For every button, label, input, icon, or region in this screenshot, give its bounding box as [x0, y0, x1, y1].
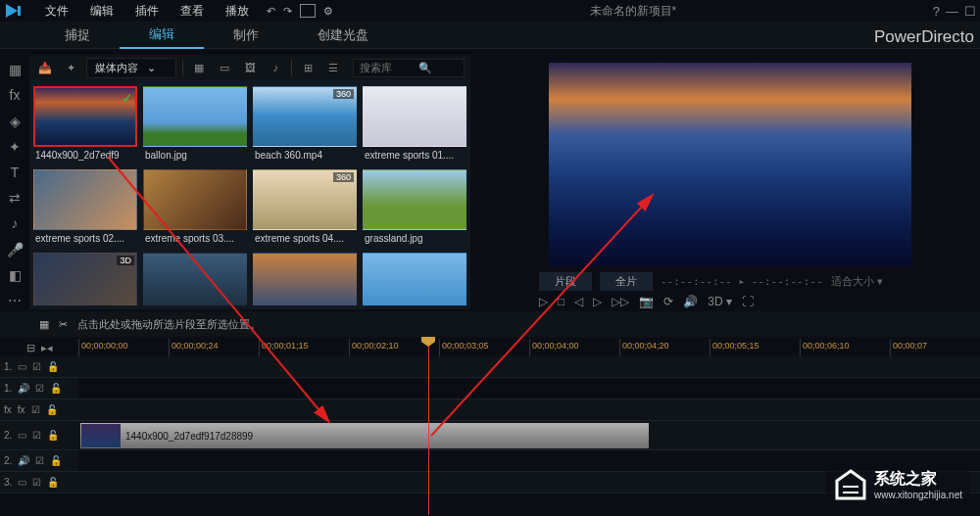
preview-tab-clip[interactable]: 片段 [539, 272, 592, 291]
chapter-room-icon[interactable]: ◧ [4, 266, 25, 284]
media-thumbnail[interactable] [363, 86, 466, 147]
media-thumbnail[interactable] [33, 169, 137, 230]
preview-fit-dropdown[interactable]: 适合大小 ▾ [831, 274, 883, 289]
settings-gear-icon[interactable]: ⚙ [323, 5, 333, 18]
playhead-line[interactable] [428, 339, 429, 515]
media-thumbnail[interactable] [253, 253, 357, 305]
track-visible-checkbox[interactable]: ☑ [32, 477, 41, 488]
subtitle-room-icon[interactable]: ⋯ [4, 292, 25, 309]
media-item[interactable] [363, 253, 466, 305]
track-header[interactable]: 3.▭☑🔓 [0, 472, 78, 493]
undo-icon[interactable]: ↶ [267, 5, 275, 18]
view-menu-icon[interactable]: ☰ [323, 59, 343, 76]
next-frame-icon[interactable]: ▷ [593, 295, 602, 308]
media-thumbnail[interactable] [143, 86, 247, 147]
aspect-icon[interactable] [300, 4, 316, 18]
play-icon[interactable]: ▷ [539, 295, 548, 308]
track-visible-checkbox[interactable]: ☑ [31, 404, 40, 415]
menu-plugins[interactable]: 插件 [125, 1, 169, 22]
track-body[interactable] [78, 356, 980, 377]
filter-audio-icon[interactable]: ♪ [266, 59, 285, 76]
track-header[interactable]: 1.🔊☑🔓 [0, 378, 78, 399]
track-header[interactable]: 2.🔊☑🔓 [0, 450, 78, 471]
menu-edit[interactable]: 编辑 [80, 1, 123, 22]
track-lock-icon[interactable]: 🔓 [47, 361, 59, 372]
volume-icon[interactable]: 🔊 [683, 295, 698, 308]
timeline-ruler[interactable]: ⊟ ▸◂ 00;00;00;0000;00;00;2400;00;01;1500… [0, 339, 980, 356]
track-visible-checkbox[interactable]: ☑ [32, 361, 41, 372]
help-icon[interactable]: ? [933, 4, 940, 19]
transition-room-icon[interactable]: ⇄ [4, 189, 25, 207]
track-body[interactable] [78, 399, 980, 420]
track-header[interactable]: 2.▭☑🔓 [0, 421, 78, 449]
snapshot-icon[interactable]: 📷 [639, 295, 654, 308]
track-lock-icon[interactable]: 🔓 [47, 430, 59, 441]
media-item[interactable] [143, 253, 247, 305]
media-thumbnail[interactable] [143, 253, 247, 305]
menu-play[interactable]: 播放 [216, 1, 259, 22]
media-thumbnail[interactable] [363, 169, 466, 230]
media-thumbnail[interactable]: 360 [253, 86, 357, 147]
prev-frame-icon[interactable]: ◁ [574, 295, 583, 308]
fullscreen-icon[interactable]: ⛶ [742, 295, 754, 308]
import-icon[interactable]: 📥 [35, 59, 55, 76]
track-header[interactable]: 1.▭☑🔓 [0, 356, 78, 377]
playhead-handle-icon[interactable] [421, 337, 435, 347]
ruler-zoom-icon[interactable]: ⊟ [26, 342, 35, 354]
ruler-marker-icon[interactable]: ▸◂ [41, 342, 53, 354]
fast-forward-icon[interactable]: ▷▷ [612, 295, 629, 308]
stop-icon[interactable]: □ [558, 295, 564, 308]
media-thumbnail[interactable]: 3D [33, 253, 137, 305]
voice-room-icon[interactable]: 🎤 [4, 240, 25, 258]
redo-icon[interactable]: ↷ [283, 5, 292, 18]
tab-capture[interactable]: 捕捉 [35, 23, 120, 48]
preview-tab-full[interactable]: 全片 [600, 272, 653, 291]
timeline-split-icon[interactable]: ✂ [59, 318, 68, 331]
track-lock-icon[interactable]: 🔓 [46, 404, 58, 415]
pip-room-icon[interactable]: ◈ [4, 112, 25, 129]
loop-icon[interactable]: ⟳ [663, 295, 673, 308]
preview-3d-dropdown[interactable]: 3D ▾ [708, 295, 732, 308]
track-visible-checkbox[interactable]: ☑ [32, 430, 41, 441]
media-room-icon[interactable]: ▦ [4, 61, 25, 78]
filter-image-icon[interactable]: 🖼 [240, 59, 260, 76]
minimize-icon[interactable]: — [946, 4, 958, 19]
filter-all-icon[interactable]: ▦ [189, 59, 209, 76]
media-item[interactable]: 3D [33, 253, 137, 305]
title-room-icon[interactable]: T [4, 164, 25, 181]
track-header[interactable]: fxfx☑🔓 [0, 399, 78, 420]
maximize-icon[interactable]: ☐ [964, 4, 976, 19]
tab-edit[interactable]: 编辑 [120, 22, 204, 49]
track-body[interactable]: 1440x900_2d7edf917d28899 [78, 421, 980, 449]
audio-room-icon[interactable]: ♪ [4, 214, 25, 232]
puzzle-icon[interactable]: ✦ [61, 59, 80, 76]
media-thumbnail[interactable] [143, 169, 247, 230]
media-thumbnail[interactable]: ✓ [33, 86, 137, 147]
search-box[interactable]: 🔍 [353, 59, 465, 77]
media-item[interactable]: extreme sports 01.... [363, 86, 466, 164]
view-grid-icon[interactable]: ⊞ [298, 59, 318, 76]
media-item[interactable]: extreme sports 03.... [143, 169, 247, 247]
media-filter-dropdown[interactable]: 媒体内容 ⌄ [86, 58, 176, 78]
media-item[interactable]: 360beach 360.mp4 [253, 86, 357, 164]
search-input[interactable] [360, 62, 418, 73]
track-body[interactable] [78, 378, 980, 399]
media-item[interactable]: ✓1440x900_2d7edf9 [33, 86, 137, 164]
menu-view[interactable]: 查看 [171, 1, 214, 22]
particle-room-icon[interactable]: ✦ [4, 138, 25, 156]
tab-produce[interactable]: 制作 [204, 23, 288, 48]
track-lock-icon[interactable]: 🔓 [50, 383, 62, 394]
timeline-clip[interactable]: 1440x900_2d7edf917d28899 [80, 423, 649, 448]
preview-display[interactable] [549, 63, 911, 266]
media-item[interactable]: grassland.jpg [363, 169, 466, 247]
media-thumbnail[interactable]: 360 [253, 169, 357, 230]
track-visible-checkbox[interactable]: ☑ [35, 383, 44, 394]
track-visible-checkbox[interactable]: ☑ [35, 455, 44, 466]
fx-room-icon[interactable]: fx [4, 86, 25, 104]
track-lock-icon[interactable]: 🔓 [50, 455, 62, 466]
media-item[interactable]: 360extreme sports 04.... [253, 169, 357, 247]
media-item[interactable] [253, 253, 357, 305]
menu-file[interactable]: 文件 [35, 1, 78, 22]
filter-video-icon[interactable]: ▭ [215, 59, 234, 76]
media-item[interactable]: extreme sports 02.... [33, 169, 137, 247]
